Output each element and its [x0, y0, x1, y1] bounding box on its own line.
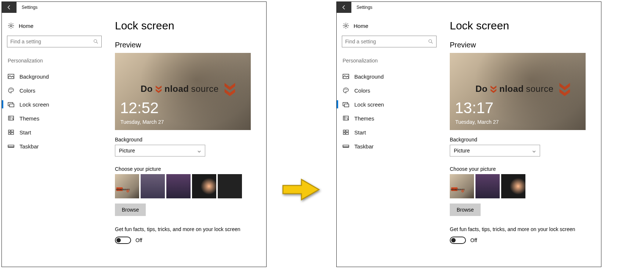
- nav-colors[interactable]: Colors: [342, 83, 441, 97]
- svg-point-5: [11, 89, 11, 89]
- choose-picture-label: Choose your picture: [450, 166, 596, 172]
- nav-taskbar[interactable]: Taskbar: [342, 139, 441, 153]
- svg-rect-31: [343, 147, 349, 147]
- picture-thumbnails: nloadsourc: [115, 174, 261, 198]
- picture-thumb[interactable]: [218, 174, 242, 198]
- nav-colors[interactable]: Colors: [7, 83, 106, 97]
- nav-start[interactable]: Start: [342, 125, 441, 139]
- fun-facts-toggle[interactable]: [115, 237, 131, 244]
- picture-thumb[interactable]: nloadsourc: [115, 174, 139, 198]
- svg-line-18: [431, 42, 433, 44]
- nav-label: Start: [19, 129, 31, 136]
- browse-button[interactable]: Browse: [450, 204, 481, 216]
- picture-thumb[interactable]: [501, 174, 525, 198]
- chevron-down-icon: [532, 149, 536, 153]
- svg-rect-27: [346, 130, 348, 132]
- transition-arrow: [281, 175, 322, 204]
- nav-lock-screen[interactable]: Lock screen: [7, 97, 106, 111]
- search-input[interactable]: [342, 36, 437, 47]
- taskbar-icon: [8, 143, 14, 150]
- svg-point-21: [345, 89, 346, 89]
- nav-background[interactable]: Background: [7, 69, 106, 83]
- main-content: Lock screen Preview Donloadsource 12:52 …: [106, 19, 261, 267]
- svg-rect-28: [343, 133, 345, 134]
- svg-point-4: [10, 89, 10, 90]
- main-content: Lock screen Preview Donloadsource 13:17 …: [441, 19, 596, 267]
- home-button[interactable]: Home: [342, 19, 441, 36]
- dropdown-value: Picture: [454, 148, 470, 154]
- browse-button[interactable]: Browse: [115, 204, 146, 216]
- svg-rect-24: [344, 104, 349, 107]
- fun-facts-toggle[interactable]: [450, 237, 466, 244]
- fun-facts-label: Get fun facts, tips, tricks, and more on…: [115, 226, 261, 232]
- background-label: Background: [115, 137, 261, 143]
- window-title: Settings: [351, 2, 377, 13]
- background-dropdown[interactable]: Picture: [115, 145, 205, 156]
- gear-icon: [8, 22, 14, 29]
- svg-point-0: [10, 25, 12, 26]
- palette-icon: [8, 87, 14, 94]
- nav-themes[interactable]: Themes: [342, 111, 441, 125]
- back-button[interactable]: [337, 2, 351, 13]
- svg-point-16: [345, 25, 347, 26]
- taskbar-icon: [343, 143, 349, 150]
- nav-lock-screen[interactable]: Lock screen: [342, 97, 441, 111]
- titlebar: Settings: [337, 2, 601, 13]
- page-title: Lock screen: [115, 19, 261, 32]
- nav-start[interactable]: Start: [7, 125, 106, 139]
- settings-window-right: Settings Home Personalization Background: [336, 1, 601, 267]
- themes-icon: [343, 115, 349, 122]
- svg-rect-11: [11, 130, 14, 132]
- search-icon: [428, 39, 433, 44]
- svg-rect-15: [8, 147, 14, 147]
- search-field[interactable]: [10, 39, 93, 44]
- sidebar: Home Personalization Background Colors L…: [7, 19, 106, 267]
- chevron-down-icon: [223, 82, 236, 96]
- svg-point-20: [344, 89, 345, 90]
- nav-label: Lock screen: [354, 101, 384, 108]
- home-label: Home: [19, 23, 33, 29]
- background-dropdown[interactable]: Picture: [450, 145, 540, 156]
- svg-rect-13: [11, 133, 14, 134]
- search-input[interactable]: [7, 36, 102, 47]
- toggle-state: Off: [470, 237, 477, 243]
- picture-thumb[interactable]: [475, 174, 500, 198]
- start-icon: [343, 129, 349, 136]
- back-button[interactable]: [2, 2, 17, 13]
- chevron-down-icon: [197, 149, 201, 153]
- picture-icon: [8, 73, 14, 80]
- preview-heading: Preview: [115, 41, 261, 49]
- titlebar: Settings: [2, 2, 266, 13]
- picture-thumb[interactable]: [166, 174, 191, 198]
- nav-background[interactable]: Background: [342, 69, 441, 83]
- window-title: Settings: [17, 2, 43, 13]
- svg-rect-10: [8, 130, 10, 132]
- lock-screen-icon: [343, 101, 349, 108]
- lock-screen-preview: Donloadsource 12:52 Tuesday, March 27: [115, 53, 251, 130]
- nav-label: Taskbar: [354, 143, 374, 150]
- nav-taskbar[interactable]: Taskbar: [7, 139, 106, 153]
- preview-brand-logo: Donloadsource: [475, 82, 578, 96]
- gear-icon: [343, 22, 349, 29]
- svg-point-17: [429, 40, 432, 43]
- lock-screen-preview: Donloadsource 13:17 Tuesday, March 27: [450, 53, 586, 130]
- search-field[interactable]: [345, 39, 428, 44]
- nav-label: Themes: [19, 115, 39, 122]
- chevron-down-icon: [558, 82, 571, 96]
- svg-point-22: [347, 89, 347, 90]
- home-button[interactable]: Home: [7, 19, 106, 36]
- picture-thumb[interactable]: [192, 174, 216, 198]
- picture-thumb[interactable]: [141, 174, 165, 198]
- nav-label: Lock screen: [19, 101, 49, 108]
- nav-label: Background: [354, 73, 384, 80]
- nav-label: Themes: [354, 115, 374, 122]
- svg-point-6: [12, 89, 12, 90]
- nav-label: Start: [354, 129, 366, 136]
- nav-themes[interactable]: Themes: [7, 111, 106, 125]
- nav-label: Background: [19, 73, 49, 80]
- start-icon: [8, 129, 14, 136]
- chevron-down-icon: [490, 85, 497, 93]
- picture-thumb[interactable]: nloadsourc: [450, 174, 474, 198]
- preview-brand-logo: Donloadsource: [141, 82, 243, 96]
- preview-date: Tuesday, March 27: [120, 119, 164, 125]
